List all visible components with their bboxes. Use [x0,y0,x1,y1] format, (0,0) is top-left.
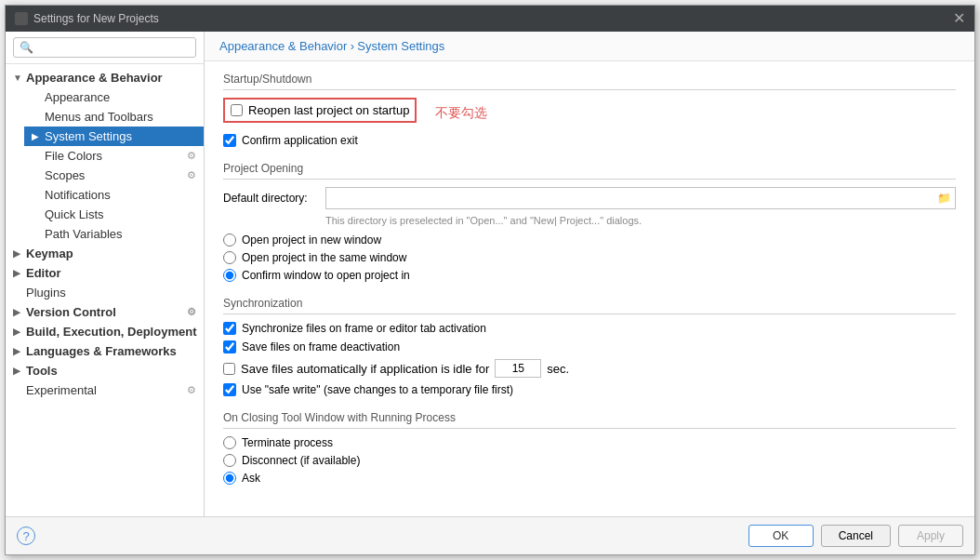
ask-row: Ask [223,472,956,485]
save-deactivation-checkbox[interactable] [223,340,236,353]
save-deactivation-label[interactable]: Save files on frame deactivation [242,340,400,353]
closing-tool-title: On Closing Tool Window with Running Proc… [223,411,956,429]
search-input[interactable] [13,37,196,58]
confirm-window-radio[interactable] [223,269,236,282]
confirm-window-label[interactable]: Confirm window to open project in [242,269,410,282]
title-bar: Settings for New Projects ✕ [6,6,974,32]
terminate-row: Terminate process [223,436,956,449]
chevron-icon: ▶ [13,346,26,356]
safe-write-checkbox[interactable] [223,383,236,396]
dir-label: Default directory: [223,192,316,205]
save-idle-row: Save files automatically if application … [223,359,956,378]
open-same-window-label[interactable]: Open project in the same window [242,251,406,264]
settings-icon: ⚙ [187,306,196,318]
confirm-exit-checkbox[interactable] [223,134,236,147]
sidebar: ▼ Appearance & Behavior Appearance Menus… [6,32,205,516]
sidebar-item-quick-lists[interactable]: Quick Lists [24,205,204,224]
sidebar-item-scopes[interactable]: Scopes ⚙ [24,166,204,185]
help-icon[interactable]: ? [17,527,35,545]
sidebar-label-tools: Tools [26,364,196,378]
save-idle-checkbox[interactable] [223,363,235,375]
main-content: ▼ Appearance & Behavior Appearance Menus… [6,32,974,516]
idle-unit-label: sec. [547,362,569,376]
chevron-icon: ▶ [32,131,45,141]
chevron-icon: ▶ [13,366,26,376]
chevron-icon: ▶ [13,248,26,259]
apply-button[interactable]: Apply [898,525,963,547]
startup-shutdown-section: Startup/Shutdown Reopen last project on … [223,73,956,147]
settings-icon: ⚙ [187,384,196,396]
breadcrumb-separator: › [351,39,354,53]
open-new-window-radio[interactable] [223,233,236,247]
safe-write-label[interactable]: Use "safe write" (save changes to a temp… [242,383,513,396]
sidebar-item-path-variables[interactable]: Path Variables [24,224,204,244]
settings-dialog: Settings for New Projects ✕ ▼ Appearance… [5,5,975,555]
sidebar-item-menus-toolbars[interactable]: Menus and Toolbars [24,107,204,127]
disconnect-label[interactable]: Disconnect (if available) [242,454,360,467]
sidebar-label-appearance: Appearance [45,90,196,104]
reopen-checkbox[interactable] [231,104,243,116]
synchronization-title: Synchronization [223,297,956,314]
sidebar-label-keymap: Keymap [26,247,196,260]
footer-left: ? [17,527,35,545]
dir-hint: This directory is preselected in "Open..… [325,215,956,226]
sidebar-item-plugins[interactable]: Plugins [6,283,204,302]
sync-files-label[interactable]: Synchronize files on frame or editor tab… [242,322,486,335]
close-icon[interactable]: ✕ [953,11,965,26]
sidebar-label-path-variables: Path Variables [45,227,196,241]
disconnect-row: Disconnect (if available) [223,454,956,467]
chevron-icon: ▶ [13,307,26,317]
content-area: Appearance & Behavior › System Settings … [205,32,974,516]
save-deactivation-row: Save files on frame deactivation [223,340,956,353]
cancel-button[interactable]: Cancel [821,525,891,547]
open-same-window-radio[interactable] [223,251,236,264]
settings-icon: ⚙ [187,150,196,162]
idle-input[interactable] [495,359,541,378]
sidebar-item-build[interactable]: ▶ Build, Execution, Deployment [6,322,204,341]
ask-radio[interactable] [223,472,236,485]
reopen-label[interactable]: Reopen last project on startup [248,103,409,117]
settings-icon: ⚙ [187,169,196,181]
sidebar-item-languages[interactable]: ▶ Languages & Frameworks [6,341,204,361]
project-opening-title: Project Opening [223,162,956,180]
open-new-window-label[interactable]: Open project in new window [242,233,381,247]
chevron-icon: ▶ [13,268,26,278]
child-items-appearance: Appearance Menus and Toolbars ▶ System S… [6,87,204,244]
sidebar-item-experimental[interactable]: Experimental ⚙ [6,380,204,400]
sidebar-item-notifications[interactable]: Notifications [24,185,204,205]
sidebar-label-editor: Editor [26,266,196,280]
sidebar-item-editor[interactable]: ▶ Editor [6,263,204,283]
sidebar-label-notifications: Notifications [45,188,196,202]
settings-panel: Startup/Shutdown Reopen last project on … [205,61,974,516]
confirm-exit-label[interactable]: Confirm application exit [242,134,358,147]
sidebar-label-quick-lists: Quick Lists [45,207,196,221]
title-bar-left: Settings for New Projects [15,12,159,25]
sync-files-checkbox[interactable] [223,322,236,335]
annotation-text: 不要勾选 [435,105,487,122]
dialog-title: Settings for New Projects [33,12,159,25]
sidebar-item-tools[interactable]: ▶ Tools [6,361,204,380]
sidebar-item-version-control[interactable]: ▶ Version Control ⚙ [6,302,204,322]
confirm-exit-row: Confirm application exit [223,134,956,147]
dir-row: Default directory: 📁 [223,187,956,209]
sidebar-item-system-settings[interactable]: ▶ System Settings [24,127,204,146]
save-idle-label[interactable]: Save files automatically if application … [241,362,489,376]
sidebar-item-label: Appearance & Behavior [26,71,196,85]
sidebar-item-file-colors[interactable]: File Colors ⚙ [24,146,204,166]
sidebar-item-keymap[interactable]: ▶ Keymap [6,244,204,263]
chevron-icon: ▶ [13,327,26,337]
sidebar-item-appearance[interactable]: Appearance [24,87,204,107]
closing-tool-section: On Closing Tool Window with Running Proc… [223,411,956,485]
sidebar-label-scopes: Scopes [45,168,187,182]
app-icon [15,12,28,25]
terminate-radio[interactable] [223,436,236,449]
disconnect-radio[interactable] [223,454,236,467]
ask-label[interactable]: Ask [242,472,260,485]
breadcrumb: Appearance & Behavior › System Settings [205,32,974,61]
dir-input[interactable]: 📁 [325,187,956,209]
terminate-label[interactable]: Terminate process [242,436,333,449]
sidebar-item-appearance-behavior[interactable]: ▼ Appearance & Behavior [6,68,204,87]
search-box [6,32,204,64]
ok-button[interactable]: OK [748,525,814,547]
breadcrumb-current: System Settings [357,39,444,53]
